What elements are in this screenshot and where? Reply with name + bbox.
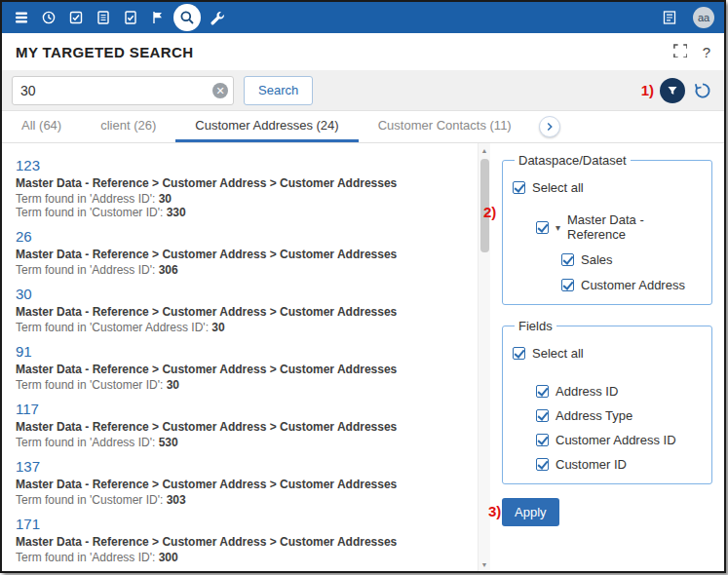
result-term: Term found in 'Address ID': 30 [16, 192, 470, 206]
term-label: Term found in 'Address ID': [16, 436, 159, 449]
term-label: Term found in 'Customer Address ID': [16, 321, 211, 334]
field-row: Customer Address ID [536, 433, 702, 447]
tab-customer-contacts[interactable]: Customer Contacts (11) [359, 111, 531, 142]
apply-row: 3) Apply [502, 498, 712, 526]
select-all-fields-checkbox[interactable] [513, 347, 525, 360]
sales-checkbox[interactable] [561, 253, 574, 266]
result-record-link[interactable]: 171 [16, 516, 40, 533]
result-term: Term found in 'Customer ID': 303 [16, 493, 470, 507]
result-path: Master Data - Reference > Customer Addre… [16, 363, 470, 376]
term-value: 300 [159, 551, 178, 564]
result-record-link[interactable]: 30 [16, 286, 32, 303]
term-label: Term found in 'Address ID': [16, 263, 159, 277]
app-window: aa MY TARGETED SEARCH ? ✕ Search 1) [0, 0, 726, 573]
history-icon[interactable] [35, 4, 62, 31]
result-term: Term found in 'Address ID': 306 [16, 263, 470, 277]
customer-id-checkbox[interactable] [536, 458, 549, 471]
avatar[interactable]: aa [693, 7, 714, 28]
select-all-dataspace-label: Select all [532, 180, 584, 195]
term-value: 30 [167, 378, 179, 392]
tab-all[interactable]: All (64) [2, 111, 81, 142]
search-result: 26 Master Data - Reference > Customer Ad… [16, 228, 470, 277]
select-all-fields-label: Select all [532, 346, 584, 361]
clear-search-icon[interactable]: ✕ [212, 83, 228, 98]
workflow-icon[interactable] [117, 4, 144, 31]
top-navigation-bar: aa [2, 2, 724, 33]
wrench-icon[interactable] [203, 4, 230, 31]
select-all-dataspace-checkbox[interactable] [513, 181, 525, 194]
chevron-down-icon[interactable]: ▾ [556, 221, 560, 234]
scroll-down-icon[interactable]: ▼ [479, 557, 491, 571]
reset-icon[interactable] [691, 79, 714, 102]
views-icon[interactable] [90, 4, 117, 31]
field-row: Address Type [536, 408, 702, 423]
term-value: 330 [167, 206, 186, 219]
address-id-checkbox[interactable] [536, 385, 549, 398]
address-type-checkbox[interactable] [536, 409, 549, 422]
topbar-right-group: aa [656, 4, 718, 31]
customer-address-id-label: Customer Address ID [556, 433, 676, 447]
page-header: MY TARGETED SEARCH ? [2, 33, 724, 70]
tree-root-row: ▾ Master Data - Reference [536, 212, 702, 242]
tree-root-label: Master Data - Reference [567, 212, 702, 242]
tree-root-checkbox[interactable] [536, 221, 549, 234]
tabs-scroll-right-icon[interactable] [539, 116, 560, 137]
customer-address-id-checkbox[interactable] [536, 434, 549, 446]
dataspace-legend: Dataspace/Dataset [515, 153, 631, 168]
result-record-link[interactable]: 123 [16, 157, 40, 174]
tree-child-row: Customer Address [561, 278, 702, 292]
term-value: 306 [159, 263, 178, 277]
toolbar-right-group: 1) [641, 78, 714, 103]
dataspace-fieldset: Dataspace/Dataset Select all ▾ Master Da… [502, 153, 712, 305]
search-icon[interactable] [173, 4, 201, 31]
header-actions: ? [672, 43, 710, 61]
result-record-link[interactable]: 91 [16, 343, 32, 361]
annotation-2: 2) [483, 204, 496, 220]
search-result: 91 Master Data - Reference > Customer Ad… [16, 343, 470, 392]
result-term: Term found in 'Address ID': 530 [16, 436, 470, 449]
term-value: 303 [167, 493, 186, 507]
page-title: MY TARGETED SEARCH [16, 44, 194, 60]
result-record-link[interactable]: 26 [16, 228, 32, 246]
tab-client[interactable]: client (26) [81, 111, 175, 142]
result-record-link[interactable]: 137 [16, 458, 40, 476]
sales-label: Sales [581, 252, 613, 267]
term-label: Term found in 'Customer ID': [16, 206, 167, 219]
term-value: 530 [159, 436, 178, 449]
result-term: Term found in 'Customer ID': 330 [16, 206, 470, 219]
field-row: Address ID [536, 384, 702, 399]
report-icon[interactable] [656, 4, 683, 31]
tab-customer-addresses[interactable]: Customer Addresses (24) [175, 111, 358, 142]
help-icon[interactable]: ? [703, 44, 710, 60]
search-input[interactable] [12, 76, 234, 105]
result-term: Term found in 'Address ID': 300 [16, 551, 470, 564]
result-path: Master Data - Reference > Customer Addre… [16, 305, 470, 319]
annotation-3: 3) [488, 503, 501, 519]
fullscreen-icon[interactable] [672, 43, 687, 61]
term-label: Term found in 'Address ID': [16, 551, 159, 564]
customer-address-checkbox[interactable] [561, 279, 574, 291]
tree-child-row: Sales [561, 252, 702, 267]
result-path: Master Data - Reference > Customer Addre… [16, 420, 470, 434]
customer-address-label: Customer Address [581, 278, 685, 292]
term-label: Term found in 'Address ID': [16, 192, 159, 206]
result-path: Master Data - Reference > Customer Addre… [16, 535, 470, 549]
term-value: 30 [211, 321, 224, 334]
datasets-icon[interactable] [8, 4, 35, 31]
results-list: 123 Master Data - Reference > Customer A… [2, 143, 478, 571]
term-label: Term found in 'Customer ID': [16, 378, 167, 392]
result-path: Master Data - Reference > Customer Addre… [16, 248, 470, 261]
result-term: Term found in 'Customer Address ID': 30 [16, 321, 470, 334]
search-button[interactable]: Search [244, 76, 313, 105]
select-all-dataspace-row: Select all [513, 180, 702, 195]
tasks-icon[interactable] [62, 4, 90, 31]
scroll-up-icon[interactable]: ▲ [479, 143, 491, 157]
filter-icon[interactable] [660, 78, 685, 103]
content-area: 123 Master Data - Reference > Customer A… [2, 143, 724, 571]
apply-button[interactable]: Apply [502, 498, 559, 526]
result-record-link[interactable]: 117 [16, 401, 39, 418]
select-all-fields-row: Select all [513, 346, 702, 361]
tools-icon[interactable] [144, 4, 172, 31]
fields-fieldset: Fields Select all Address ID Address Typ… [502, 319, 712, 484]
annotation-1: 1) [641, 82, 654, 98]
